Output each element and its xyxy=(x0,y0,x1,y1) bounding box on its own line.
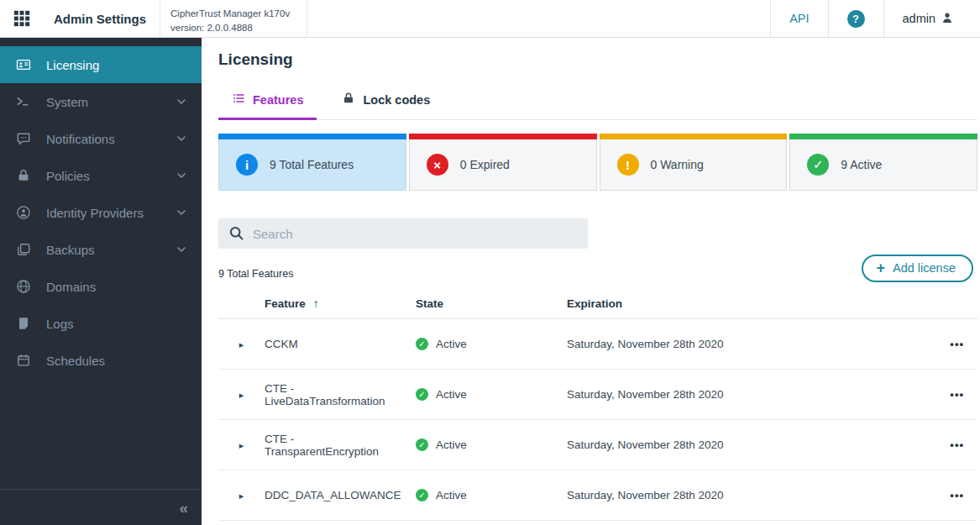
sidebar-item-identity-providers[interactable]: Identity Providers xyxy=(0,194,202,231)
calendar-icon xyxy=(15,352,32,369)
lock-icon xyxy=(342,92,355,108)
state-label: Active xyxy=(436,489,467,501)
tab-features-label: Features xyxy=(253,93,303,107)
globe-icon xyxy=(15,278,32,295)
table-header: Feature↑ State Expiration xyxy=(218,288,977,319)
card-color-strip xyxy=(789,134,977,139)
active-check-icon: ✓ xyxy=(416,338,428,350)
plus-icon: + xyxy=(877,262,886,274)
success-status-icon: ✓ xyxy=(807,154,829,176)
collapse-sidebar-button[interactable]: « xyxy=(179,500,188,516)
card-color-strip xyxy=(600,134,788,139)
column-header-state[interactable]: State xyxy=(416,297,567,310)
error-status-icon: × xyxy=(427,154,448,176)
search-box xyxy=(218,218,588,249)
search-input[interactable] xyxy=(218,218,588,249)
expiration-cell: Saturday, November 28th 2020 xyxy=(567,388,925,401)
page-title: Licensing xyxy=(218,50,977,69)
state-cell: ✓ Active xyxy=(416,338,567,350)
sidebar-item-policies[interactable]: Policies xyxy=(0,157,202,194)
feature-cell: CCKM xyxy=(265,338,416,350)
sidebar-item-system[interactable]: System xyxy=(0,83,202,120)
summary-cards: i 9 Total Features × 0 Expired ! 0 Warni… xyxy=(218,134,977,191)
expiration-cell: Saturday, November 28th 2020 xyxy=(567,489,925,501)
summary-card-9-total-features[interactable]: i 9 Total Features xyxy=(218,134,406,191)
grid-icon xyxy=(13,9,31,28)
sidebar-item-logs[interactable]: Logs xyxy=(0,305,202,342)
chevron-down-icon xyxy=(175,243,188,256)
sidebar-item-notifications[interactable]: Notifications xyxy=(0,120,202,157)
tab-lock-codes-label: Lock codes xyxy=(363,93,430,107)
table-row-cte-livedatatransformation: ▸ CTE - LiveDataTransformation ✓ Active … xyxy=(218,370,977,420)
file-icon xyxy=(15,315,32,332)
sidebar: Licensing System Notifications xyxy=(0,38,202,525)
state-cell: ✓ Active xyxy=(416,489,567,501)
row-actions-button[interactable]: ••• xyxy=(950,489,964,501)
user-circle-icon xyxy=(15,204,32,221)
total-features-count: 9 Total Features xyxy=(218,268,293,282)
row-actions-button[interactable]: ••• xyxy=(950,388,964,401)
add-license-label: Add license xyxy=(893,261,956,275)
expand-row-button[interactable]: ▸ xyxy=(239,491,244,501)
expiration-cell: Saturday, November 28th 2020 xyxy=(567,338,925,350)
warning-status-icon: ! xyxy=(617,154,639,176)
sidebar-item-label: Identity Providers xyxy=(46,206,175,220)
add-license-button[interactable]: + Add license xyxy=(862,255,973,282)
sidebar-item-label: System xyxy=(46,95,175,109)
lock-icon xyxy=(15,167,32,184)
column-header-expiration[interactable]: Expiration xyxy=(567,297,925,310)
card-label: 9 Active xyxy=(841,158,882,171)
sidebar-item-label: Policies xyxy=(46,169,175,183)
sidebar-item-label: Logs xyxy=(46,317,188,331)
summary-card-9-active[interactable]: ✓ 9 Active xyxy=(789,134,977,191)
card-label: 0 Expired xyxy=(460,158,510,171)
feature-cell: CTE - TransparentEncryption xyxy=(265,433,416,458)
api-link[interactable]: API xyxy=(789,12,809,25)
id-card-icon xyxy=(15,56,32,73)
expand-row-button[interactable]: ▸ xyxy=(239,440,244,450)
chevron-down-icon xyxy=(175,169,188,182)
row-actions-button[interactable]: ••• xyxy=(950,338,964,350)
sidebar-nav: Licensing System Notifications xyxy=(0,38,202,379)
table-row-ddc-data-allowance: ▸ DDC_DATA_ALLOWANCE ✓ Active Saturday, … xyxy=(218,470,977,521)
sidebar-item-licensing[interactable]: Licensing xyxy=(0,46,202,83)
row-actions-button[interactable]: ••• xyxy=(950,438,964,451)
state-label: Active xyxy=(436,388,467,401)
copy-icon xyxy=(15,241,32,258)
card-color-strip xyxy=(218,134,406,139)
top-bar: Admin Settings CipherTrust Manager k170v… xyxy=(0,0,980,38)
sidebar-item-domains[interactable]: Domains xyxy=(0,268,202,305)
tab-lock-codes[interactable]: Lock codes xyxy=(328,87,443,120)
active-check-icon: ✓ xyxy=(416,388,428,401)
summary-card-0-warning[interactable]: ! 0 Warning xyxy=(600,134,788,191)
sidebar-item-schedules[interactable]: Schedules xyxy=(0,342,202,379)
chevron-down-icon xyxy=(175,206,188,219)
sidebar-item-label: Licensing xyxy=(46,58,188,72)
tab-features[interactable]: Features xyxy=(218,87,317,120)
sidebar-item-label: Backups xyxy=(46,243,175,257)
user-menu[interactable]: admin xyxy=(883,0,980,37)
sort-ascending-icon: ↑ xyxy=(313,297,319,310)
feature-cell: DDC_DATA_ALLOWANCE xyxy=(265,489,416,501)
tab-bar: Features Lock codes xyxy=(218,87,977,120)
table-row-cckm: ▸ CCKM ✓ Active Saturday, November 28th … xyxy=(218,319,977,370)
card-label: 0 Warning xyxy=(651,158,704,171)
chevron-down-icon xyxy=(175,132,188,145)
sidebar-item-label: Domains xyxy=(46,280,188,294)
sidebar-item-label: Notifications xyxy=(46,132,175,146)
app-grid-button[interactable] xyxy=(0,0,43,37)
expand-row-button[interactable]: ▸ xyxy=(239,339,244,349)
terminal-icon xyxy=(15,93,32,110)
state-label: Active xyxy=(436,338,467,350)
table-row-cte-transparentencryption: ▸ CTE - TransparentEncryption ✓ Active S… xyxy=(218,420,977,470)
list-icon xyxy=(232,92,245,108)
column-header-feature[interactable]: Feature↑ xyxy=(265,297,416,310)
help-button[interactable]: ? xyxy=(847,10,865,28)
expand-row-button[interactable]: ▸ xyxy=(239,390,244,400)
summary-card-0-expired[interactable]: × 0 Expired xyxy=(409,134,597,191)
sidebar-item-backups[interactable]: Backups xyxy=(0,231,202,268)
user-icon xyxy=(940,10,955,28)
app-title: Admin Settings xyxy=(43,0,160,37)
card-color-strip xyxy=(409,134,597,139)
sidebar-footer: « xyxy=(0,489,202,525)
